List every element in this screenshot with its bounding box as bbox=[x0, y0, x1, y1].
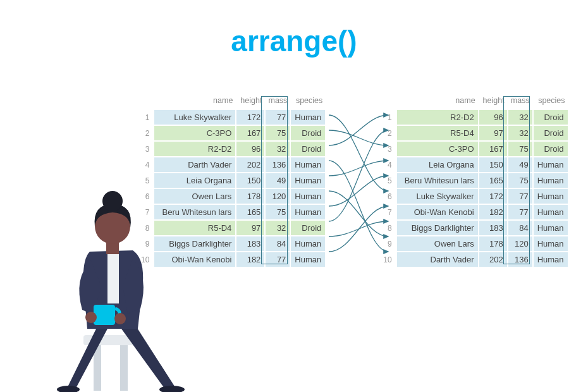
cell-species: Human bbox=[534, 157, 568, 172]
cell-mass: 77 bbox=[266, 110, 290, 125]
cell-height: 96 bbox=[236, 142, 264, 156]
cell-name: Obi-Wan Kenobi bbox=[397, 205, 478, 219]
row-number: 3 bbox=[379, 142, 395, 156]
cell-species: Human bbox=[291, 173, 325, 188]
right-table: name height mass species 1R2-D29632Droid… bbox=[378, 94, 568, 268]
table-row: 1R2-D29632Droid bbox=[379, 110, 567, 125]
table-row: 9Owen Lars178120Human bbox=[379, 236, 567, 251]
cell-mass: 84 bbox=[266, 236, 290, 251]
cell-name: C-3PO bbox=[154, 126, 235, 140]
cell-height: 97 bbox=[236, 221, 264, 235]
cell-mass: 136 bbox=[266, 157, 290, 172]
cell-height: 182 bbox=[236, 252, 264, 267]
cell-name: Beru Whitesun lars bbox=[397, 173, 478, 188]
cell-species: Human bbox=[291, 110, 325, 125]
row-number: 5 bbox=[379, 173, 395, 188]
cell-name: Darth Vader bbox=[397, 252, 478, 267]
cell-name: R2-D2 bbox=[397, 110, 478, 125]
svg-point-4 bbox=[159, 386, 185, 392]
cell-mass: 75 bbox=[266, 205, 290, 219]
table-row: 4Leia Organa15049Human bbox=[379, 157, 567, 172]
row-number: 2 bbox=[137, 126, 153, 140]
row-number: 8 bbox=[379, 221, 395, 235]
row-number: 1 bbox=[379, 110, 395, 125]
table-row: 5Beru Whitesun lars16575Human bbox=[379, 173, 567, 188]
table-row: 6Luke Skywalker17277Human bbox=[379, 189, 567, 204]
svg-point-10 bbox=[102, 191, 123, 211]
table-row: 2R5-D49732Droid bbox=[379, 126, 567, 140]
cell-mass: 77 bbox=[508, 205, 532, 219]
row-number: 4 bbox=[379, 157, 395, 172]
cell-name: Owen Lars bbox=[397, 236, 478, 251]
col-mass: mass bbox=[508, 95, 532, 109]
table-row: 1Luke Skywalker17277Human bbox=[137, 110, 325, 125]
right-table-wrap: name height mass species 1R2-D29632Droid… bbox=[378, 94, 568, 268]
cell-species: Human bbox=[534, 221, 568, 235]
svg-rect-5 bbox=[94, 305, 115, 325]
cell-species: Droid bbox=[534, 142, 568, 156]
cell-height: 97 bbox=[479, 126, 507, 140]
cell-height: 202 bbox=[236, 157, 264, 172]
row-number: 7 bbox=[379, 205, 395, 219]
cell-height: 96 bbox=[479, 110, 507, 125]
cell-name: Luke Skywalker bbox=[154, 110, 235, 125]
cell-mass: 32 bbox=[266, 221, 290, 235]
cell-species: Human bbox=[291, 205, 325, 219]
col-mass: mass bbox=[266, 95, 290, 109]
cell-species: Droid bbox=[291, 142, 325, 156]
cell-name: C-3PO bbox=[397, 142, 478, 156]
col-species: species bbox=[291, 95, 325, 109]
table-row: 4Darth Vader202136Human bbox=[137, 157, 325, 172]
cell-name: R5-D4 bbox=[397, 126, 478, 140]
cell-mass: 75 bbox=[508, 142, 532, 156]
cell-height: 182 bbox=[479, 205, 507, 219]
col-height: height bbox=[236, 95, 264, 109]
row-number: 1 bbox=[137, 110, 153, 125]
svg-point-6 bbox=[85, 312, 97, 323]
cell-species: Human bbox=[534, 173, 568, 188]
cell-species: Droid bbox=[534, 126, 568, 140]
cell-name: R2-D2 bbox=[154, 142, 235, 156]
row-number: 3 bbox=[137, 142, 153, 156]
cell-mass: 32 bbox=[508, 126, 532, 140]
col-height: height bbox=[479, 95, 507, 109]
col-rownum bbox=[379, 95, 395, 109]
table-row: 10Darth Vader202136Human bbox=[379, 252, 567, 267]
cell-mass: 32 bbox=[266, 142, 290, 156]
cell-height: 183 bbox=[236, 236, 264, 251]
cell-mass: 49 bbox=[508, 157, 532, 172]
cell-mass: 75 bbox=[508, 173, 532, 188]
svg-rect-2 bbox=[120, 345, 128, 391]
table-row: 7Obi-Wan Kenobi18277Human bbox=[379, 205, 567, 219]
cell-species: Human bbox=[534, 205, 568, 219]
cell-name: Luke Skywalker bbox=[397, 189, 478, 204]
cell-species: Droid bbox=[291, 126, 325, 140]
table-row: 3R2-D29632Droid bbox=[137, 142, 325, 156]
cell-mass: 120 bbox=[266, 189, 290, 204]
cell-height: 202 bbox=[479, 252, 507, 267]
cell-height: 150 bbox=[479, 157, 507, 172]
col-name: name bbox=[397, 95, 478, 109]
cell-name: Leia Organa bbox=[397, 157, 478, 172]
col-species: species bbox=[534, 95, 568, 109]
table-row: 8Biggs Darklighter18384Human bbox=[379, 221, 567, 235]
cell-species: Human bbox=[291, 189, 325, 204]
cell-name: Darth Vader bbox=[154, 157, 235, 172]
cell-height: 178 bbox=[479, 236, 507, 251]
cell-species: Human bbox=[291, 157, 325, 172]
row-number: 2 bbox=[379, 126, 395, 140]
page-title: arrange() bbox=[0, 24, 588, 58]
cell-species: Droid bbox=[534, 110, 568, 125]
cell-mass: 84 bbox=[508, 221, 532, 235]
cell-height: 165 bbox=[479, 173, 507, 188]
cell-name: Biggs Darklighter bbox=[397, 221, 478, 235]
cell-species: Human bbox=[534, 189, 568, 204]
person-illustration bbox=[13, 177, 215, 392]
table-row: 2C-3PO16775Droid bbox=[137, 126, 325, 140]
cell-height: 172 bbox=[479, 189, 507, 204]
cell-mass: 77 bbox=[266, 252, 290, 267]
cell-height: 183 bbox=[479, 221, 507, 235]
cell-height: 178 bbox=[236, 189, 264, 204]
cell-height: 150 bbox=[236, 173, 264, 188]
cell-species: Human bbox=[534, 236, 568, 251]
